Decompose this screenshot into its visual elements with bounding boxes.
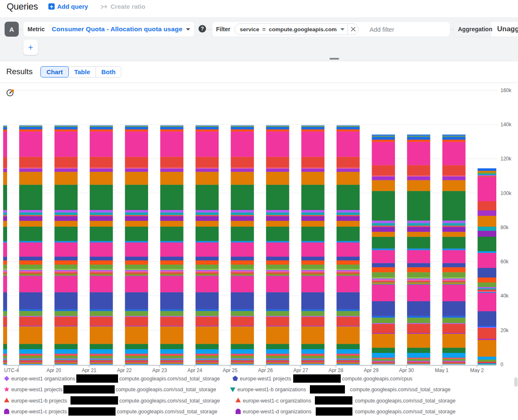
svg-text:100k: 100k bbox=[500, 190, 512, 196]
svg-text:60k: 60k bbox=[500, 259, 509, 265]
svg-text:May 1: May 1 bbox=[435, 368, 449, 373]
svg-text:Apr 26: Apr 26 bbox=[258, 368, 273, 373]
svg-text:120k: 120k bbox=[500, 156, 512, 162]
svg-text:compute.googleapis.com/cpus: compute.googleapis.com/cpus bbox=[342, 376, 412, 382]
svg-text:May 2: May 2 bbox=[470, 368, 484, 373]
svg-text:europe-west1-d organizations: europe-west1-d organizations bbox=[243, 409, 312, 415]
svg-text:compute.googleapis.com/ssd_tot: compute.googleapis.com/ssd_total_storage bbox=[355, 398, 455, 404]
svg-text:140k: 140k bbox=[500, 122, 512, 128]
svg-text:Apr 27: Apr 27 bbox=[293, 368, 308, 373]
svg-text:compute.googleapis.com/ssd_tot: compute.googleapis.com/ssd_total_storage bbox=[119, 376, 220, 382]
svg-text:europe-west1-b organizations: europe-west1-b organizations bbox=[237, 387, 306, 392]
svg-text:80k: 80k bbox=[500, 225, 509, 230]
svg-text:Apr 29: Apr 29 bbox=[364, 368, 379, 373]
svg-text:Apr 23: Apr 23 bbox=[152, 368, 167, 373]
svg-text:20k: 20k bbox=[500, 328, 509, 333]
svg-text:Apr 20: Apr 20 bbox=[46, 368, 61, 373]
svg-text:europe-west1-c organizations: europe-west1-c organizations bbox=[243, 398, 311, 404]
svg-text:europe-west1 projects: europe-west1 projects bbox=[240, 376, 291, 382]
svg-text:europe-west1-c projects: europe-west1-c projects bbox=[11, 409, 67, 415]
svg-text:Apr 24: Apr 24 bbox=[188, 368, 203, 373]
svg-text:0: 0 bbox=[500, 362, 503, 368]
svg-text:Apr 28: Apr 28 bbox=[329, 368, 344, 373]
svg-text:compute.googleapis.com/ssd_tot: compute.googleapis.com/ssd_total_storage bbox=[116, 387, 216, 392]
svg-text:Apr 22: Apr 22 bbox=[117, 368, 132, 373]
svg-text:UTC-4: UTC-4 bbox=[4, 368, 19, 373]
svg-text:compute.googleapis.com/ssd_tot: compute.googleapis.com/ssd_total_storage bbox=[350, 387, 450, 392]
svg-text:europe-west1-b projects: europe-west1-b projects bbox=[11, 398, 67, 404]
svg-text:europe-west1 projects: europe-west1 projects bbox=[11, 387, 63, 392]
svg-text:40k: 40k bbox=[500, 293, 509, 299]
svg-text:compute.googleapis.com/ssd_tot: compute.googleapis.com/ssd_total_storage bbox=[355, 409, 455, 415]
svg-text:Apr 21: Apr 21 bbox=[82, 368, 97, 373]
svg-text:Apr 30: Apr 30 bbox=[399, 368, 414, 373]
svg-text:Apr 25: Apr 25 bbox=[223, 368, 238, 373]
svg-text:europe-west1 organizations: europe-west1 organizations bbox=[11, 376, 75, 382]
svg-text:160k: 160k bbox=[500, 88, 512, 93]
svg-text:compute.googleapis.com/ssd_tot: compute.googleapis.com/ssd_total_storage bbox=[119, 398, 220, 404]
svg-text:compute.googleapis.com/ssd_tot: compute.googleapis.com/ssd_total_storage bbox=[117, 409, 217, 415]
